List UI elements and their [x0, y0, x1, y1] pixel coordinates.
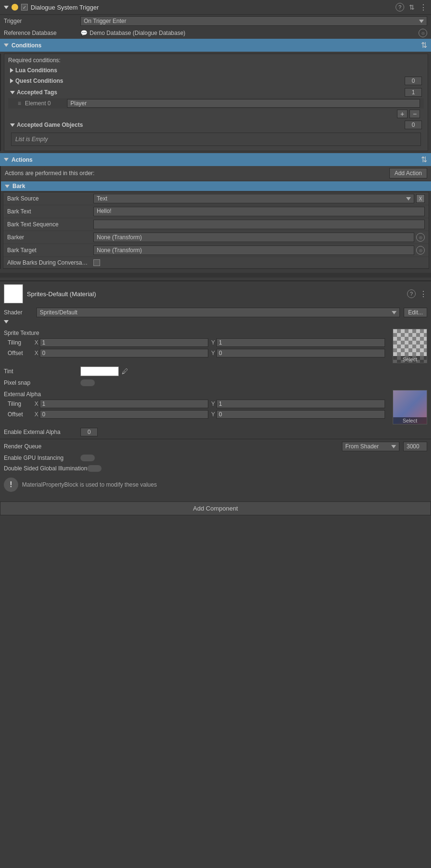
bark-text-sequence-input[interactable] — [93, 220, 425, 229]
tiling-x-input[interactable]: 1 — [40, 338, 208, 347]
offset-row: Offset X 0 Y 0 — [8, 348, 385, 358]
barker-target-icon[interactable]: ◎ — [416, 233, 425, 242]
offset-y-item: Y 0 — [211, 349, 385, 357]
material-header: Sprites-Default (Material) ? ⋮ — [0, 281, 431, 306]
element-0-value[interactable]: Player — [67, 99, 420, 108]
render-queue-row: Render Queue From Shader 3000 — [0, 440, 431, 453]
actions-sort-icon[interactable]: ⇅ — [421, 155, 427, 164]
offset-y-input[interactable]: 0 — [216, 349, 385, 357]
more-icon[interactable]: ⋮ — [420, 3, 427, 12]
bark-source-value-container: Text X — [93, 194, 425, 203]
external-alpha-preview-icon[interactable]: Select — [393, 390, 427, 424]
bark-target-circle-icon[interactable]: ◎ — [416, 246, 425, 255]
quest-conditions-count: 0 — [405, 77, 422, 85]
reference-database-value-container: 💬 Demo Database (Dialogue Database) ◎ — [80, 29, 427, 37]
double-sided-toggle[interactable] — [87, 465, 102, 472]
accepted-game-objects-count: 0 — [405, 121, 422, 129]
help-icon[interactable]: ? — [396, 3, 404, 11]
gpu-instancing-toggle[interactable] — [80, 455, 95, 461]
quest-expand-icon — [10, 78, 13, 83]
enable-ext-alpha-label: Enable External Alpha — [4, 429, 80, 435]
pixel-snap-row: Pixel snap — [0, 378, 431, 388]
add-action-button[interactable]: Add Action — [389, 168, 427, 178]
enable-ext-alpha-value: 0 — [80, 428, 98, 436]
accepted-tags-count: 1 — [405, 88, 422, 97]
bark-source-label: Bark Source — [7, 195, 93, 202]
tiling-row: Tiling X 1 Y 1 — [8, 337, 385, 348]
ext-offset-x-input[interactable]: 0 — [40, 410, 208, 419]
ext-offset-y-input[interactable]: 0 — [216, 410, 385, 419]
component-enabled-checkbox[interactable]: ✓ — [21, 4, 28, 11]
offset-xy-group: X 0 Y 0 — [34, 349, 385, 357]
remove-tag-button[interactable]: − — [409, 110, 420, 118]
gpu-instancing-label: Enable GPU Instancing — [4, 455, 80, 461]
database-target-icon[interactable]: ◎ — [419, 29, 427, 37]
shader-edit-button[interactable]: Edit... — [404, 308, 427, 317]
database-circle-btn[interactable]: ◎ — [419, 29, 427, 37]
ext-alpha-select-label: Select — [393, 417, 427, 424]
eyedropper-icon[interactable]: 🖊 — [122, 367, 128, 375]
bark-source-dropdown[interactable]: Text — [93, 194, 414, 203]
reference-database-value[interactable]: Demo Database (Dialogue Database) — [90, 30, 185, 36]
texture-preview-icon[interactable]: Select — [393, 329, 427, 363]
render-queue-dropdown[interactable]: From Shader — [342, 442, 399, 451]
conditions-box: Required conditions: Lua Conditions Ques… — [4, 54, 428, 151]
bark-content: Bark Source Text X Bark Text Hello! B — [3, 192, 429, 269]
add-component-button[interactable]: Add Component — [0, 501, 431, 515]
tint-color-picker[interactable] — [80, 367, 119, 376]
conditions-sort-icon[interactable]: ⇅ — [421, 41, 427, 50]
ext-tiling-x-item: X 1 — [34, 400, 208, 408]
tiling-y-input[interactable]: 1 — [216, 338, 385, 347]
bark-text-value-container: Hello! — [93, 207, 425, 216]
accepted-tags-row[interactable]: Accepted Tags 1 — [8, 87, 424, 98]
texture-preview-container: Select — [393, 329, 427, 363]
allow-barks-label: Allow Barks During Conversa… — [7, 259, 93, 266]
offset-x-item: X 0 — [34, 349, 208, 357]
actions-section-header[interactable]: Actions ⇅ — [0, 153, 431, 166]
quest-conditions-row[interactable]: Quest Conditions 0 — [8, 75, 424, 87]
material-collapse-row[interactable] — [0, 319, 431, 325]
bark-expand-icon — [5, 185, 10, 188]
lua-expand-icon — [10, 68, 13, 73]
barker-field[interactable]: None (Transform) — [93, 233, 414, 242]
material-help-icon[interactable]: ? — [407, 289, 416, 298]
ext-tiling-offset-group: Tiling X 1 Y 1 — [4, 399, 389, 420]
warning-text: MaterialPropertyBlock is used to modify … — [22, 481, 157, 488]
bark-source-x-button[interactable]: X — [416, 194, 425, 203]
conditions-title: Conditions — [11, 42, 418, 49]
ext-tiling-row: Tiling X 1 Y 1 — [8, 399, 385, 409]
ext-tiling-xy-group: X 1 Y 1 — [34, 400, 385, 408]
tint-label: Tint — [4, 368, 80, 375]
bark-target-field[interactable]: None (Transform) — [93, 245, 414, 255]
material-more-icon[interactable]: ⋮ — [420, 289, 427, 299]
pixel-snap-toggle[interactable] — [80, 379, 95, 386]
warning-row: ! MaterialPropertyBlock is used to modif… — [0, 474, 431, 496]
lua-conditions-row[interactable]: Lua Conditions — [8, 66, 424, 75]
accepted-game-objects-row[interactable]: Accepted Game Objects 0 — [8, 119, 424, 131]
bark-target-label: Bark Target — [7, 247, 93, 254]
material-collapse-icon — [4, 320, 9, 323]
material-preview-icon — [4, 284, 23, 303]
add-tag-button[interactable]: + — [397, 110, 408, 118]
pixel-snap-label: Pixel snap — [4, 379, 80, 386]
adjust-icon[interactable]: ⇅ — [407, 2, 417, 12]
allow-barks-row: Allow Barks During Conversa… — [3, 257, 429, 268]
ext-tiling-label: Tiling — [8, 401, 32, 407]
shader-dropdown[interactable]: Sprites/Default — [36, 308, 400, 317]
component-header: ✓ Dialogue System Trigger ? ⇅ ⋮ — [0, 0, 431, 15]
ext-tiling-y-input[interactable]: 1 — [216, 400, 385, 408]
ext-tiling-x-input[interactable]: 1 — [40, 400, 208, 408]
offset-x-input[interactable]: 0 — [40, 349, 208, 357]
allow-barks-checkbox[interactable] — [93, 259, 100, 266]
bark-section-header[interactable]: Bark — [1, 181, 431, 191]
bark-section-title: Bark — [12, 183, 25, 189]
collapse-arrow-icon[interactable] — [4, 6, 9, 9]
bark-text-input[interactable]: Hello! — [93, 207, 425, 216]
bark-text-sequence-label: Bark Text Sequence — [7, 221, 93, 228]
conditions-section-header[interactable]: Conditions ⇅ — [0, 39, 431, 52]
database-icon: 💬 — [80, 30, 88, 36]
trigger-dropdown[interactable]: On Trigger Enter — [80, 16, 427, 26]
game-objects-empty-label: List is Empty — [11, 133, 421, 146]
conditions-arrow-icon — [4, 44, 9, 47]
trigger-label: Trigger — [4, 18, 80, 24]
